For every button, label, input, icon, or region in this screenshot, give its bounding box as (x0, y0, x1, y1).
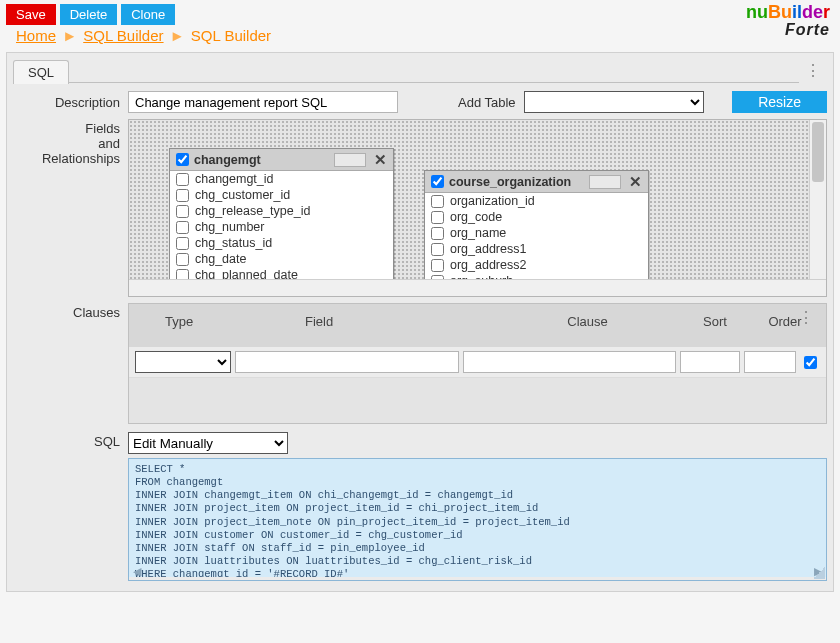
field-name: organization_id (450, 194, 535, 208)
clause-enable-checkbox[interactable] (804, 356, 817, 369)
field-name: chg_date (195, 252, 246, 266)
close-icon[interactable]: ✕ (372, 152, 389, 167)
fields-relationships-label: Fields and Relationships (13, 119, 128, 166)
clone-button[interactable]: Clone (121, 4, 175, 25)
textarea-resize-handle[interactable] (813, 567, 825, 579)
delete-button[interactable]: Delete (60, 4, 118, 25)
col-sort: Sort (680, 314, 750, 329)
field-name: org_name (450, 226, 506, 240)
field-name: chg_status_id (195, 236, 272, 250)
field-row[interactable]: chg_release_type_id (170, 203, 393, 219)
field-checkbox[interactable] (431, 211, 444, 224)
clause-text-input[interactable] (463, 351, 676, 373)
tablebox-header[interactable]: changemgt ✕ (170, 149, 393, 171)
clause-type-select[interactable] (135, 351, 231, 373)
description-label: Description (13, 95, 128, 110)
tablebox-checkbox[interactable] (431, 175, 444, 188)
field-row[interactable]: chg_status_id (170, 235, 393, 251)
breadcrumb-home[interactable]: Home (16, 27, 56, 44)
field-checkbox[interactable] (176, 253, 189, 266)
add-table-select[interactable] (524, 91, 704, 113)
field-name: org_address2 (450, 258, 526, 272)
tablebox-drag-handle[interactable] (334, 153, 366, 167)
tablebox-title: changemgt (194, 153, 334, 167)
breadcrumb-sql-builder[interactable]: SQL Builder (83, 27, 163, 44)
field-checkbox[interactable] (176, 173, 189, 186)
field-row[interactable]: org_address1 (425, 241, 648, 257)
description-input[interactable] (128, 91, 398, 113)
tablebox-header[interactable]: course_organization ✕ (425, 171, 648, 193)
field-row[interactable]: changemgt_id (170, 171, 393, 187)
field-row[interactable]: org_name (425, 225, 648, 241)
tablebox-drag-handle[interactable] (589, 175, 621, 189)
clauses-menu-icon[interactable]: ⋮ (792, 310, 820, 326)
tablebox-checkbox[interactable] (176, 153, 189, 166)
field-row[interactable]: org_code (425, 209, 648, 225)
clause-row (129, 347, 826, 377)
tablebox-changemgt[interactable]: changemgt ✕ changemgt_idchg_customer_idc… (169, 148, 394, 284)
field-row[interactable]: chg_number (170, 219, 393, 235)
resize-button[interactable]: Resize (732, 91, 827, 113)
col-field: Field (255, 314, 455, 329)
field-checkbox[interactable] (176, 189, 189, 202)
relationships-canvas[interactable]: changemgt ✕ changemgt_idchg_customer_idc… (128, 119, 827, 297)
field-checkbox[interactable] (176, 237, 189, 250)
breadcrumb-sep-icon: ► (168, 27, 187, 44)
breadcrumb-sep-icon: ► (60, 27, 79, 44)
sql-textarea[interactable] (129, 459, 826, 577)
col-clause: Clause (455, 314, 680, 329)
logo: nuBuilder Forte (746, 4, 834, 38)
clauses-area: Type Field Clause Sort Order ⋮ (128, 303, 827, 424)
add-table-label: Add Table (458, 95, 516, 110)
field-checkbox[interactable] (431, 259, 444, 272)
clause-field-input[interactable] (235, 351, 459, 373)
field-name: org_code (450, 210, 502, 224)
breadcrumb: Home ► SQL Builder ► SQL Builder (6, 25, 281, 52)
tablebox-course-organization[interactable]: course_organization ✕ organization_idorg… (424, 170, 649, 290)
field-row[interactable]: org_address2 (425, 257, 648, 273)
tablebox-title: course_organization (449, 175, 589, 189)
field-row[interactable]: organization_id (425, 193, 648, 209)
field-checkbox[interactable] (176, 205, 189, 218)
save-button[interactable]: Save (6, 4, 56, 25)
sql-mode-select[interactable]: Edit Manually (128, 432, 288, 454)
vertical-scrollbar[interactable] (809, 120, 826, 279)
col-type: Type (135, 314, 255, 329)
clauses-label: Clauses (13, 303, 128, 320)
field-checkbox[interactable] (431, 243, 444, 256)
field-checkbox[interactable] (431, 227, 444, 240)
field-name: chg_number (195, 220, 265, 234)
clause-sort-input[interactable] (680, 351, 740, 373)
tab-sql[interactable]: SQL (13, 60, 69, 84)
field-name: chg_release_type_id (195, 204, 310, 218)
horizontal-scrollbar[interactable] (129, 279, 826, 296)
breadcrumb-current: SQL Builder (191, 27, 271, 44)
field-row[interactable]: chg_customer_id (170, 187, 393, 203)
sql-label: SQL (13, 432, 128, 449)
field-checkbox[interactable] (176, 221, 189, 234)
field-name: changemgt_id (195, 172, 274, 186)
field-name: chg_customer_id (195, 188, 290, 202)
clause-order-input[interactable] (744, 351, 796, 373)
field-name: org_address1 (450, 242, 526, 256)
close-icon[interactable]: ✕ (627, 174, 644, 189)
field-checkbox[interactable] (431, 195, 444, 208)
field-row[interactable]: chg_date (170, 251, 393, 267)
tabbar-menu-icon[interactable]: ⋮ (799, 63, 827, 79)
tab-divider (68, 59, 799, 83)
